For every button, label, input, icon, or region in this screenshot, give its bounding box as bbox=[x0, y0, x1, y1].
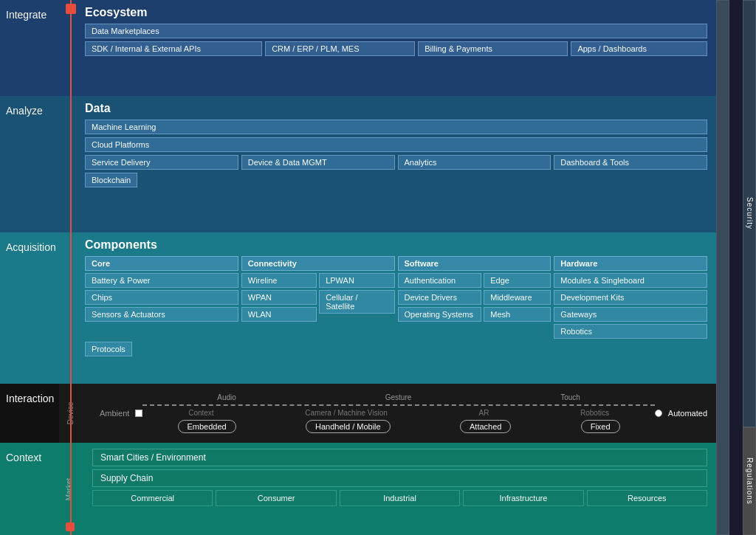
touch-label: Touch bbox=[560, 393, 580, 401]
analyze-row3: Service Delivery Device & Data MGMT Anal… bbox=[85, 155, 707, 170]
wlan-box: WLAN bbox=[241, 307, 317, 322]
cellular-satellite-box: Cellular / Satellite bbox=[319, 290, 394, 314]
device-data-mgmt-box: Device & Data MGMT bbox=[241, 155, 395, 170]
label-interaction: Interaction bbox=[0, 384, 59, 443]
interaction-line: Audio Gesture Touch Context Camera / Mac… bbox=[142, 391, 654, 435]
connectivity-col: Connectivity Wireline WPAN WLAN LPWAN Ce… bbox=[241, 256, 395, 339]
embedded-pill: Embedded bbox=[178, 420, 236, 433]
handheld-mobile-pill: Handheld / Mobile bbox=[306, 420, 391, 433]
red-dot-top bbox=[66, 4, 76, 14]
pill-row: Embedded Handheld / Mobile Attached Fixe… bbox=[142, 420, 654, 433]
wpan-box: WPAN bbox=[241, 290, 317, 305]
regulations-label: Regulations bbox=[746, 458, 754, 505]
acquisition-title: Components bbox=[85, 238, 707, 252]
billing-box: Billing & Payments bbox=[418, 41, 568, 56]
apps-box: Apps / Dashboards bbox=[571, 41, 707, 56]
sensors-actuators-box: Sensors & Actuators bbox=[85, 307, 238, 322]
section-integrate: Ecosystem Data Marketplaces SDK / Intern… bbox=[59, 0, 716, 96]
label-acquisition: Acquisition bbox=[0, 232, 59, 384]
analyze-row1: Machine Learning bbox=[85, 120, 707, 134]
section-context: Market Smart Cities / Environment Supply… bbox=[59, 443, 716, 535]
label-context: Context bbox=[0, 443, 59, 535]
modules-singleboard-box: Modules & Singleboard bbox=[554, 273, 707, 288]
label-analyze: Analyze bbox=[0, 96, 59, 232]
components-grid: Core Battery & Power Chips Sensors & Act… bbox=[85, 256, 707, 339]
chips-box: Chips bbox=[85, 290, 238, 305]
market-label: Market bbox=[65, 477, 73, 500]
camera-label: Camera / Machine Vision bbox=[305, 409, 388, 417]
context-grid: Commercial Consumer Industrial Infrastru… bbox=[92, 490, 707, 506]
bottom-labels: Context Camera / Machine Vision AR Robot… bbox=[142, 409, 654, 417]
commercial-box: Commercial bbox=[92, 490, 213, 506]
smart-cities-box: Smart Cities / Environment bbox=[92, 449, 707, 466]
interaction-content: Ambient Audio Gesture Touch Context Came… bbox=[85, 390, 707, 437]
edge-box: Edge bbox=[484, 273, 551, 288]
gesture-label: Gesture bbox=[385, 393, 412, 401]
audio-label: Audio bbox=[217, 393, 236, 401]
supply-chain-box: Supply Chain bbox=[92, 469, 707, 487]
regulations-panel: Regulations bbox=[743, 427, 756, 535]
robotics-label: Robotics bbox=[580, 409, 609, 417]
analyze-row4: Blockchain bbox=[85, 173, 707, 187]
industrial-box: Industrial bbox=[340, 490, 460, 506]
left-labels: Integrate Analyze Acquisition Interactio… bbox=[0, 0, 59, 535]
security-panel: Security bbox=[743, 0, 756, 427]
robotics-box: Robotics bbox=[554, 324, 707, 339]
right-dot bbox=[655, 410, 662, 417]
hardware-header: Hardware bbox=[554, 256, 707, 271]
dashed-line bbox=[142, 404, 654, 406]
lpwan-box: LPWAN bbox=[319, 273, 394, 288]
wireline-box: Wireline bbox=[241, 273, 317, 288]
dashboard-tools-box: Dashboard & Tools bbox=[554, 155, 707, 170]
machine-learning-box: Machine Learning bbox=[85, 120, 707, 134]
integrate-title: Ecosystem bbox=[85, 6, 707, 19]
integrate-row2: SDK / Internal & External APIs CRM / ERP… bbox=[85, 41, 707, 56]
right-panel-right: Security Regulations bbox=[743, 0, 756, 535]
protocols-box: Protocols bbox=[85, 342, 132, 356]
label-integrate: Integrate bbox=[0, 0, 59, 96]
data-marketplaces-box: Data Marketplaces bbox=[85, 24, 707, 38]
automated-label: Automated bbox=[668, 409, 707, 418]
middleware-box: Middleware bbox=[484, 290, 551, 305]
ar-label: AR bbox=[478, 409, 489, 417]
core-col: Core Battery & Power Chips Sensors & Act… bbox=[85, 256, 238, 339]
red-line bbox=[70, 0, 72, 535]
hardware-col: Hardware Modules & Singleboard Developme… bbox=[554, 256, 707, 339]
device-drivers-box: Device Drivers bbox=[398, 290, 482, 305]
context-label: Context bbox=[188, 409, 213, 417]
software-col: Software Authentication Device Drivers O… bbox=[398, 256, 551, 339]
cloud-platforms-box: Cloud Platforms bbox=[85, 137, 707, 152]
blockchain-box: Blockchain bbox=[85, 173, 137, 187]
sdk-apis-box: SDK / Internal & External APIs bbox=[85, 41, 262, 56]
section-acquisition: Components Core Battery & Power Chips Se… bbox=[59, 232, 716, 384]
attached-pill: Attached bbox=[460, 420, 511, 433]
right-panel-top-left bbox=[716, 0, 729, 535]
resources-box: Resources bbox=[587, 490, 707, 506]
battery-power-box: Battery & Power bbox=[85, 273, 238, 288]
consumer-box: Consumer bbox=[216, 490, 336, 506]
protocols-row: Protocols bbox=[85, 342, 707, 356]
content-area: Ecosystem Data Marketplaces SDK / Intern… bbox=[59, 0, 716, 535]
operating-systems-box: Operating Systems bbox=[398, 307, 482, 322]
analyze-title: Data bbox=[85, 102, 707, 115]
context-rows: Smart Cities / Environment Supply Chain … bbox=[92, 449, 707, 506]
analyze-row2: Cloud Platforms bbox=[85, 137, 707, 152]
left-dot bbox=[135, 410, 142, 417]
security-label: Security bbox=[746, 197, 754, 229]
connectivity-header: Connectivity bbox=[241, 256, 395, 271]
integrate-row1: Data Marketplaces bbox=[85, 24, 707, 38]
service-delivery-box: Service Delivery bbox=[85, 155, 238, 170]
infrastructure-box: Infrastructure bbox=[463, 490, 583, 506]
section-analyze: Data Machine Learning Cloud Platforms Se… bbox=[59, 96, 716, 232]
analytics-box: Analytics bbox=[398, 155, 551, 170]
fixed-pill: Fixed bbox=[581, 420, 620, 433]
red-dot-bottom bbox=[66, 522, 75, 531]
gateways-box: Gateways bbox=[554, 307, 707, 322]
crm-box: CRM / ERP / PLM, MES bbox=[265, 41, 415, 56]
ambient-label: Ambient bbox=[100, 409, 129, 418]
top-labels: Audio Gesture Touch bbox=[142, 393, 654, 401]
authentication-box: Authentication bbox=[398, 273, 482, 288]
software-header: Software bbox=[398, 256, 551, 271]
mesh-box: Mesh bbox=[484, 307, 551, 322]
core-header: Core bbox=[85, 256, 238, 271]
